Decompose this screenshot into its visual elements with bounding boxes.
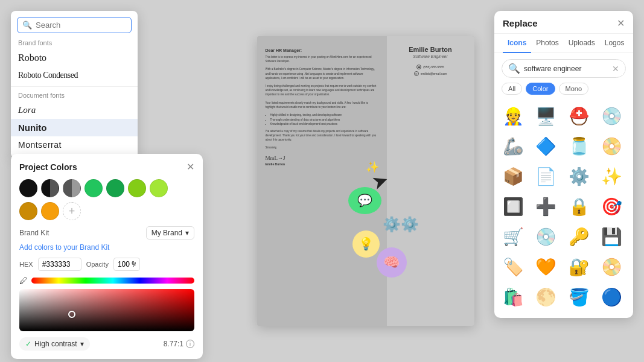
swatch-half-black[interactable]: [41, 179, 59, 197]
hex-label: HEX: [19, 261, 33, 268]
hex-input[interactable]: [38, 258, 81, 271]
colors-header: Project Colors ✕: [19, 162, 194, 172]
font-item-roboto-condensed[interactable]: Roboto Condensed: [11, 67, 138, 84]
bullet-1: Highly skilled in designing, testing, an…: [270, 113, 378, 118]
filter-mono-button[interactable]: Mono: [559, 83, 589, 95]
icon-disc2[interactable]: 📀: [598, 132, 626, 160]
phone-value: (555)-555-5555: [423, 65, 444, 69]
icon-bucket[interactable]: 🪣: [565, 283, 593, 311]
icon-document[interactable]: 📄: [532, 162, 560, 190]
font-item-nunito[interactable]: Nunito: [11, 119, 138, 136]
icon-lock[interactable]: 🔒: [565, 192, 593, 220]
doc-body2: With a Bachelor's degree in Computer Sci…: [266, 67, 378, 80]
add-color-button[interactable]: +: [63, 202, 81, 220]
replace-tabs: Icons Photos Uploads Logos: [494, 34, 633, 53]
font-search-box[interactable]: 🔍: [17, 17, 132, 33]
doc-body5: I've attached a copy of my resume that d…: [266, 129, 378, 142]
info-icon[interactable]: i: [186, 340, 194, 348]
swatch-black[interactable]: [19, 179, 37, 197]
eyedropper-icon[interactable]: 🖊: [19, 276, 28, 285]
icon-locked[interactable]: 🔐: [565, 253, 593, 281]
close-button[interactable]: ✕: [187, 162, 194, 172]
swatch-half-gray[interactable]: [63, 179, 81, 197]
color-swatches-row2: +: [19, 202, 194, 220]
checkmark-icon: ✓: [25, 340, 31, 348]
swatch-dark-green[interactable]: [106, 179, 124, 197]
brand-kit-label: Brand Kit: [19, 229, 49, 237]
color-swatches: [19, 179, 194, 197]
colors-panel-title: Project Colors: [19, 162, 77, 172]
doc-greeting: Dear HR Manager:: [266, 48, 378, 52]
filter-all-button[interactable]: All: [502, 83, 522, 95]
replace-search-icon: 🔍: [508, 63, 520, 74]
swatch-yellow[interactable]: [41, 202, 59, 220]
replace-panel-title: Replace: [503, 18, 538, 28]
icons-grid: 👷 🖥️ ⛑️ 💿 🦾 🔷 🫙 📀 📦 📄 ⚙️ ✨ 🔲 ➕ 🔒 🎯 🛒 💿 🔑…: [494, 100, 633, 313]
replace-search-box[interactable]: 🔍 ✕: [502, 59, 626, 78]
icon-robot-arm[interactable]: 🦾: [499, 132, 527, 160]
hue-slider[interactable]: [31, 278, 194, 284]
icon-dots[interactable]: 🔷: [532, 132, 560, 160]
font-item-lora[interactable]: Lora: [11, 101, 138, 119]
icon-floppy[interactable]: 💾: [598, 223, 626, 250]
color-picker-dot: [68, 311, 75, 318]
tab-photos[interactable]: Photos: [531, 34, 563, 53]
chevron-icon: ▾: [185, 229, 189, 237]
icon-heart[interactable]: 🧡: [532, 253, 560, 281]
opacity-label: Opacity: [86, 261, 109, 268]
icon-worker[interactable]: 👷: [499, 102, 527, 130]
doc-phone: ☎ (555)-555-5555: [416, 65, 444, 69]
replace-search-input[interactable]: [524, 65, 608, 73]
icon-microchip[interactable]: 🔲: [499, 192, 527, 220]
color-slider-row: 🖊: [19, 276, 194, 285]
icon-helmet[interactable]: ⛑️: [565, 102, 593, 130]
tab-icons[interactable]: Icons: [503, 34, 531, 53]
add-colors-link[interactable]: Add colors to your Brand Kit: [19, 243, 194, 252]
colors-panel: Project Colors ✕ + Brand Kit My Brand ▾ …: [11, 154, 203, 359]
clear-search-button[interactable]: ✕: [612, 64, 619, 74]
swatch-yellow-green[interactable]: [150, 179, 168, 197]
font-search-input[interactable]: [36, 21, 126, 30]
contrast-score-value: 8.77:1: [164, 340, 183, 348]
doc-page: Dear HR Manager: This letter is to expre…: [257, 36, 474, 326]
doc-right-col: Emilie Burton Software Engineer ☎ (555)-…: [387, 36, 474, 326]
swatch-lime[interactable]: [128, 179, 146, 197]
swatch-amber[interactable]: [19, 202, 37, 220]
icon-dvd[interactable]: 💿: [532, 223, 560, 250]
font-item-roboto[interactable]: Roboto: [11, 49, 138, 67]
brand-kit-select[interactable]: My Brand ▾: [146, 226, 194, 240]
tab-logos[interactable]: Logos: [600, 34, 630, 53]
icon-sparkle[interactable]: ✨: [598, 162, 626, 190]
font-item-montserrat[interactable]: Montserrat: [11, 136, 138, 153]
icon-target[interactable]: 🎯: [598, 192, 626, 220]
replace-close-button[interactable]: ✕: [617, 19, 625, 28]
icon-key[interactable]: 🔑: [565, 223, 593, 250]
icon-cart[interactable]: 🛒: [499, 223, 527, 250]
icon-disc3[interactable]: 📀: [598, 253, 626, 281]
icon-tag[interactable]: 🏷️: [499, 253, 527, 281]
icon-jar[interactable]: 🫙: [565, 132, 593, 160]
swatch-green[interactable]: [84, 179, 103, 197]
tab-uploads[interactable]: Uploads: [564, 34, 600, 53]
icon-monitor[interactable]: 🖥️: [532, 102, 560, 130]
icon-bag[interactable]: 🛍️: [499, 283, 527, 311]
icon-moon[interactable]: 🌕: [532, 283, 560, 311]
icon-disc[interactable]: 💿: [598, 102, 626, 130]
chevron-down-icon: ▾: [80, 340, 84, 348]
contrast-score: 8.77:1 i: [164, 340, 194, 348]
filter-color-button[interactable]: Color: [526, 83, 555, 95]
font-panel: 🔍 Brand fonts Roboto Roboto Condensed Do…: [11, 11, 138, 158]
icon-plus[interactable]: ➕: [532, 192, 560, 220]
icon-gear[interactable]: ⚙️: [565, 162, 593, 190]
doc-sig-name: Emilie Burton: [266, 162, 378, 166]
doc-left-col: Dear HR Manager: This letter is to expre…: [257, 36, 387, 326]
icon-circle[interactable]: 🔵: [598, 283, 626, 311]
email-icon: ✉: [414, 71, 419, 76]
icon-box[interactable]: 📦: [499, 162, 527, 190]
brand-fonts-label: Brand fonts: [11, 37, 138, 49]
opacity-input[interactable]: [113, 258, 140, 271]
color-picker-area[interactable]: [19, 289, 194, 331]
doc-email: ✉ emilieb@email.com: [414, 71, 447, 76]
filter-row: All Color Mono: [494, 83, 633, 100]
contrast-badge[interactable]: ✓ High contrast ▾: [19, 337, 90, 351]
